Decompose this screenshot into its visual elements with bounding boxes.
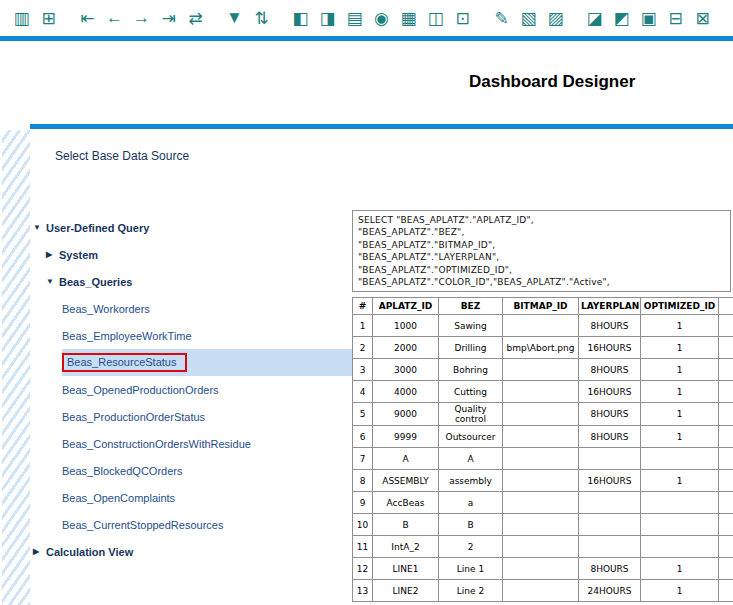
table-cell xyxy=(503,536,579,558)
refresh-icon[interactable]: ⇄ xyxy=(182,5,209,32)
tree-item-label: User-Defined Query xyxy=(46,222,149,234)
tree-item-label: Beas_OpenComplaints xyxy=(62,492,175,504)
table-cell: 16HOURS xyxy=(579,470,641,492)
chevron-right-icon[interactable]: ▶ xyxy=(33,547,46,556)
tree-item-beas-queries[interactable]: ▼Beas_Queries xyxy=(30,268,352,295)
tree-item-beas-constructionorderswithresidue[interactable]: Beas_ConstructionOrdersWithResidue xyxy=(30,430,352,457)
edit-window-icon[interactable]: ▧ xyxy=(515,5,542,32)
add-record-icon[interactable]: ⊞ xyxy=(35,5,62,32)
tree-item-band: Beas_OpenedProductionOrders xyxy=(62,376,352,403)
table-cell xyxy=(579,448,641,470)
layout-icon[interactable]: ▥ xyxy=(8,5,35,32)
table-cell: 4 xyxy=(353,381,373,403)
tree-item-system[interactable]: ▶System xyxy=(30,241,352,268)
table-cell xyxy=(503,426,579,448)
forward-window-icon[interactable]: ◨ xyxy=(314,5,341,32)
tree-item-beas-openedproductionorders[interactable]: Beas_OpenedProductionOrders xyxy=(30,376,352,403)
tree-item-band: Beas_ResourceStatus xyxy=(62,349,352,376)
table-cell xyxy=(503,403,579,426)
table-row: 11IntA_22 xyxy=(353,536,733,558)
tree-item-beas-opencomplaints[interactable]: Beas_OpenComplaints xyxy=(30,484,352,511)
tree-item-beas-workorders[interactable]: Beas_Workorders xyxy=(30,295,352,322)
table-cell: Bohring xyxy=(439,359,503,381)
column-header: CO xyxy=(719,298,733,315)
tree-item-band: Beas_BlockedQCOrders xyxy=(62,457,352,484)
tree-item-band: Calculation View xyxy=(46,538,352,565)
table-row: 8ASSEMBLYassembly16HOURS1 xyxy=(353,470,733,492)
edit-document-icon[interactable]: ▨ xyxy=(542,5,569,32)
table-row: 44000Cutting16HOURS1 xyxy=(353,381,733,403)
page-title: Dashboard Designer xyxy=(469,72,635,92)
tree-item-beas-blockedqcorders[interactable]: Beas_BlockedQCOrders xyxy=(30,457,352,484)
table-row: 10BB xyxy=(353,514,733,536)
datasource-tree: ▼User-Defined Query▶System▼Beas_QueriesB… xyxy=(30,214,352,565)
table-cell xyxy=(503,558,579,580)
table-cell: 1 xyxy=(641,403,719,426)
table-cell: 1 xyxy=(641,470,719,492)
table-header-row: #APLATZ_IDBEZBITMAP_IDLAYERPLANOPTIMIZED… xyxy=(353,298,733,315)
table-cell: 2 xyxy=(353,337,373,359)
back-window-icon[interactable]: ◧ xyxy=(287,5,314,32)
toolbar-group: ⇤←→⇥⇄ xyxy=(74,5,209,32)
preview-icon[interactable]: ⊡ xyxy=(449,5,476,32)
edit-icon[interactable]: ✎ xyxy=(488,5,515,32)
table-cell: IntA_2 xyxy=(373,536,439,558)
toolbar-group: ◪◩▣⊟⊠ xyxy=(581,5,716,32)
table-cell xyxy=(719,580,733,602)
document-history-icon[interactable]: ◪ xyxy=(581,5,608,32)
table-cell xyxy=(503,492,579,514)
tree-item-beas-resourcestatus[interactable]: Beas_ResourceStatus xyxy=(30,349,352,376)
table-cell: A xyxy=(439,448,503,470)
schedule-document-icon[interactable]: ▤ xyxy=(341,5,368,32)
table-cell: ASSEMBLY xyxy=(373,470,439,492)
column-header: OPTIMIZED_ID xyxy=(641,298,719,315)
first-record-icon[interactable]: ⇤ xyxy=(74,5,101,32)
document-contact-icon[interactable]: ◩ xyxy=(608,5,635,32)
sort-icon[interactable]: ⇅ xyxy=(248,5,275,32)
chevron-right-icon[interactable]: ▶ xyxy=(46,250,59,259)
table-cell: 8HOURS xyxy=(579,558,641,580)
table-row: 7AA xyxy=(353,448,733,470)
split-view-icon[interactable]: ◫ xyxy=(422,5,449,32)
table-cell xyxy=(719,426,733,448)
table-row: 12LINE1Line 18HOURS1 xyxy=(353,558,733,580)
sql-preview[interactable]: SELECT "BEAS_APLATZ"."APLATZ_ID","BEAS_A… xyxy=(352,210,731,292)
previous-record-icon[interactable]: ← xyxy=(101,5,128,32)
tree-item-user-defined-query[interactable]: ▼User-Defined Query xyxy=(30,214,352,241)
table-cell xyxy=(641,492,719,514)
chevron-down-icon[interactable]: ▼ xyxy=(46,277,59,286)
table-cell: 3000 xyxy=(373,359,439,381)
next-record-icon[interactable]: → xyxy=(128,5,155,32)
tree-item-beas-employeeworktime[interactable]: Beas_EmployeeWorkTime xyxy=(30,322,352,349)
tree-item-calculation-view[interactable]: ▶Calculation View xyxy=(30,538,352,565)
tree-item-band: Beas_ProductionOrderStatus xyxy=(62,403,352,430)
last-record-icon[interactable]: ⇥ xyxy=(155,5,182,32)
table-cell xyxy=(719,315,733,337)
calculator-icon[interactable]: ▣ xyxy=(635,5,662,32)
table-row: 69999Outsourcer8HOURS1 xyxy=(353,426,733,448)
chart-settings-icon[interactable]: ▦ xyxy=(395,5,422,32)
filter-icon[interactable]: ▼ xyxy=(221,5,248,32)
left-stripe-decoration xyxy=(2,130,30,605)
table-cell: 1 xyxy=(641,337,719,359)
org-chart-icon[interactable]: ⊟ xyxy=(662,5,689,32)
table-cell: Outsourcer xyxy=(439,426,503,448)
sql-line: "BEAS_APLATZ"."LAYERPLAN", xyxy=(358,251,725,263)
sql-line: "BEAS_APLATZ"."BITMAP_ID", xyxy=(358,239,725,251)
tree-item-beas-currentstoppedresources[interactable]: Beas_CurrentStoppedResources xyxy=(30,511,352,538)
chevron-down-icon[interactable]: ▼ xyxy=(33,223,46,232)
table-cell xyxy=(503,514,579,536)
table-cell: 1 xyxy=(641,580,719,602)
connection-icon[interactable]: ◉ xyxy=(368,5,395,32)
table-row: 33000Bohring8HOURS1 xyxy=(353,359,733,381)
column-header: BEZ xyxy=(439,298,503,315)
linked-org-chart-icon[interactable]: ⊠ xyxy=(689,5,716,32)
tree-item-band: Beas_Queries xyxy=(59,268,352,295)
panel-title: Select Base Data Source xyxy=(55,149,189,163)
tree-item-label: Beas_Workorders xyxy=(62,303,150,315)
sql-line: "BEAS_APLATZ"."BEZ", xyxy=(358,226,725,238)
tree-item-band: User-Defined Query xyxy=(46,214,352,241)
tree-item-beas-productionorderstatus[interactable]: Beas_ProductionOrderStatus xyxy=(30,403,352,430)
tree-item-band: Beas_ConstructionOrdersWithResidue xyxy=(62,430,352,457)
table-cell: 3 xyxy=(353,359,373,381)
